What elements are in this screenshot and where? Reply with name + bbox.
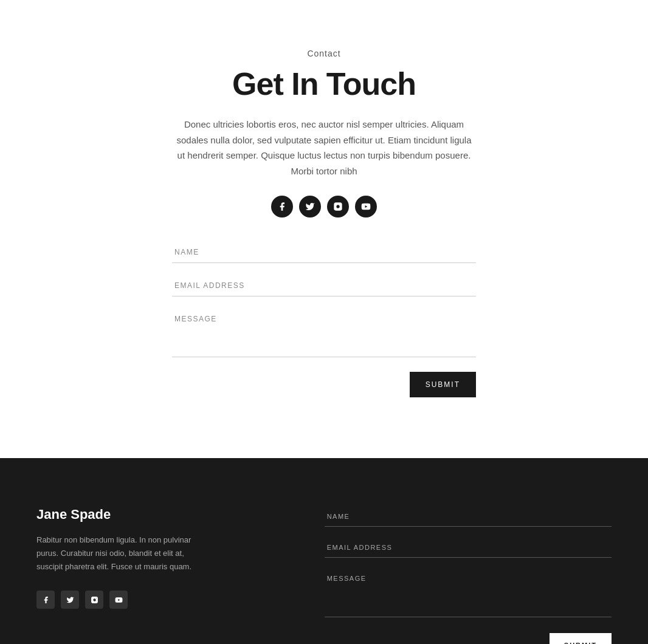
name-field-group bbox=[172, 242, 476, 263]
footer-email-input[interactable] bbox=[325, 538, 612, 558]
footer-brand: Jane Spade bbox=[36, 507, 276, 522]
footer-contact-form: SUBMIT bbox=[325, 507, 612, 644]
footer-section: Jane Spade Rabitur non bibendum ligula. … bbox=[0, 458, 648, 644]
message-textarea[interactable] bbox=[172, 309, 476, 357]
footer-message-textarea[interactable] bbox=[325, 569, 612, 617]
contact-label: Contact bbox=[12, 49, 636, 58]
submit-row: SUBMIT bbox=[172, 372, 476, 397]
facebook-icon[interactable] bbox=[271, 196, 293, 218]
email-field-group bbox=[172, 275, 476, 296]
message-field-group bbox=[172, 309, 476, 360]
footer-right: SUBMIT bbox=[325, 507, 612, 644]
instagram-icon[interactable] bbox=[327, 196, 349, 218]
main-description: Donec ultricies lobortis eros, nec aucto… bbox=[172, 117, 476, 179]
social-icons-group bbox=[12, 196, 636, 218]
footer-submit-row: SUBMIT bbox=[325, 633, 612, 644]
footer-social-icons bbox=[36, 591, 276, 609]
footer-description: Rabitur non bibendum ligula. In non pulv… bbox=[36, 533, 195, 574]
footer-twitter-icon[interactable] bbox=[61, 591, 79, 609]
footer-inner: Jane Spade Rabitur non bibendum ligula. … bbox=[36, 507, 612, 644]
footer-youtube-icon[interactable] bbox=[109, 591, 128, 609]
name-input[interactable] bbox=[172, 242, 476, 263]
submit-button[interactable]: SUBMIT bbox=[410, 372, 476, 397]
svg-point-4 bbox=[96, 598, 97, 598]
footer-facebook-icon[interactable] bbox=[36, 591, 55, 609]
main-contact-form: SUBMIT bbox=[172, 242, 476, 397]
main-section: Contact Get In Touch Donec ultricies lob… bbox=[0, 0, 648, 458]
main-title: Get In Touch bbox=[12, 66, 636, 102]
footer-left: Jane Spade Rabitur non bibendum ligula. … bbox=[36, 507, 276, 609]
email-input[interactable] bbox=[172, 275, 476, 296]
footer-name-input[interactable] bbox=[325, 507, 612, 527]
twitter-icon[interactable] bbox=[299, 196, 321, 218]
youtube-icon[interactable] bbox=[355, 196, 377, 218]
footer-submit-button[interactable]: SUBMIT bbox=[550, 633, 612, 644]
footer-instagram-icon[interactable] bbox=[85, 591, 103, 609]
